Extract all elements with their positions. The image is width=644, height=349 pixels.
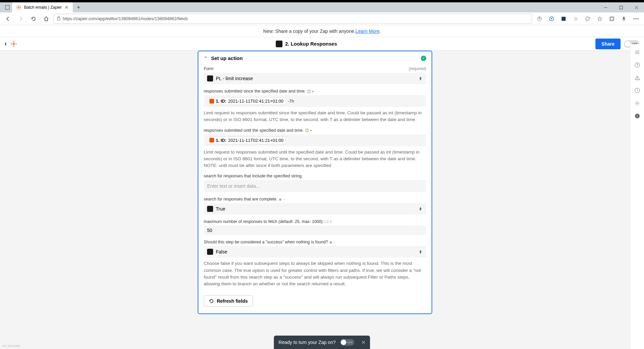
browser-tab-strip: Batch emails | Zapier ✕ + (0, 2, 644, 12)
back-caret-button[interactable]: ‹ (5, 40, 7, 47)
url-text: https://zapier.com/app/editor/138094861/… (63, 16, 188, 21)
close-window-button[interactable] (629, 2, 644, 12)
svg-rect-14 (57, 18, 60, 20)
zapier-favicon-icon (16, 5, 21, 10)
extensions-icon[interactable] (582, 13, 593, 24)
shopping-icon[interactable] (534, 13, 545, 24)
svg-rect-29 (15, 44, 17, 44)
home-button[interactable] (41, 13, 52, 24)
tab-actions-button[interactable] (3, 3, 12, 12)
right-rail: ? i (630, 44, 644, 51)
svg-point-24 (638, 18, 639, 19)
svg-point-25 (13, 43, 15, 45)
svg-point-1 (18, 7, 19, 8)
svg-rect-2 (18, 5, 19, 6)
svg-rect-0 (5, 5, 9, 9)
step-app-icon (276, 41, 282, 47)
app-header: ‹ 2. Lookup Responses Share OFF (0, 37, 644, 51)
svg-point-17 (551, 18, 552, 19)
lock-icon (57, 16, 61, 21)
minimize-button[interactable] (598, 2, 613, 12)
share-button[interactable]: Share (595, 39, 621, 49)
svg-point-22 (634, 18, 635, 19)
ext2-icon[interactable] (558, 13, 569, 24)
zapier-logo-icon[interactable] (10, 40, 17, 48)
learn-more-link[interactable]: Learn More (356, 28, 380, 34)
collections-icon[interactable] (606, 13, 617, 24)
browser-tab[interactable]: Batch emails | Zapier ✕ (12, 2, 73, 12)
url-bar[interactable]: https://zapier.com/app/editor/138094861/… (54, 14, 532, 24)
svg-rect-28 (11, 44, 12, 44)
svg-rect-18 (562, 17, 566, 21)
new-tab-button[interactable]: + (74, 3, 83, 12)
maximize-button[interactable] (613, 2, 629, 12)
ext1-icon[interactable] (546, 13, 557, 24)
outline-icon[interactable] (634, 49, 641, 51)
svg-rect-4 (16, 7, 17, 7)
svg-rect-5 (20, 7, 21, 7)
svg-rect-6 (17, 6, 18, 7)
profile-icon[interactable] (619, 13, 629, 24)
announcement-banner: New: Share a copy of your Zap with anyon… (0, 25, 644, 37)
step-title: 2. Lookup Responses (285, 41, 337, 47)
forward-button[interactable] (15, 13, 26, 24)
svg-rect-21 (623, 17, 625, 19)
svg-rect-26 (13, 41, 14, 42)
svg-rect-9 (20, 8, 21, 9)
svg-rect-7 (20, 6, 21, 7)
favorites-icon[interactable] (594, 13, 605, 24)
svg-rect-3 (18, 8, 19, 9)
tab-title: Batch emails | Zapier (24, 5, 62, 10)
tab-close-icon[interactable]: ✕ (65, 5, 69, 10)
svg-rect-27 (13, 45, 14, 47)
back-button[interactable] (3, 13, 13, 24)
reload-button[interactable] (28, 13, 39, 24)
svg-rect-11 (620, 6, 623, 9)
more-button[interactable] (631, 13, 641, 24)
browser-toolbar: https://zapier.com/app/editor/138094861/… (0, 12, 644, 25)
ext3-icon[interactable] (570, 13, 581, 24)
svg-rect-8 (17, 8, 18, 9)
svg-point-23 (636, 18, 637, 19)
